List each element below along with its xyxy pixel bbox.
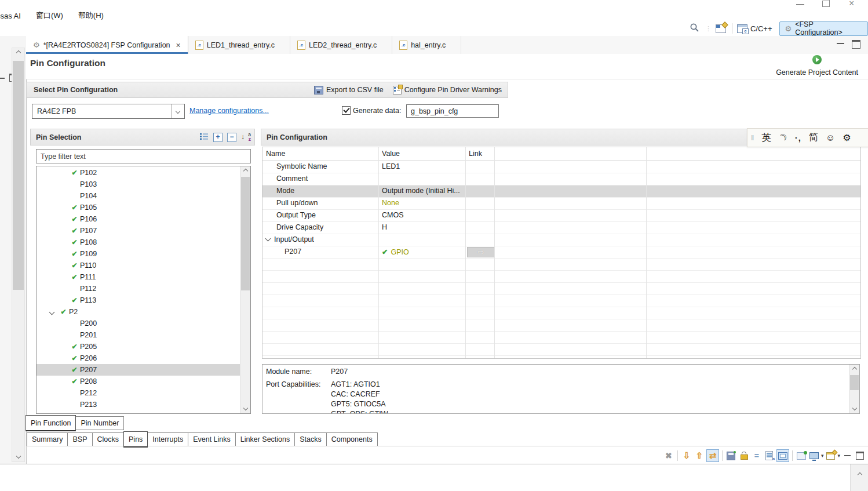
monitor-icon[interactable] — [808, 450, 820, 461]
monitor-dropdown-icon[interactable]: ▾ — [821, 453, 824, 459]
property-row[interactable]: Drive CapacityH — [262, 222, 860, 234]
delete-icon[interactable]: ✖ — [663, 450, 674, 461]
pin-tree-item[interactable]: P103 — [37, 179, 240, 190]
pin-filter-input[interactable]: Type filter text — [36, 149, 251, 163]
window-close-icon[interactable]: × — [849, 0, 854, 8]
export-csv-button[interactable]: Export to CSV file — [314, 86, 384, 94]
save-settings-icon[interactable] — [725, 450, 737, 461]
close-tab-icon[interactable]: × — [176, 41, 181, 50]
column-link[interactable]: Link — [469, 150, 482, 158]
tree-scroll-up-icon[interactable] — [240, 166, 250, 176]
pin-tree-item[interactable]: ✔P110 — [37, 260, 240, 271]
generate-data-checkbox[interactable] — [342, 106, 351, 115]
property-row[interactable]: P207✔GPIO⇨ — [262, 246, 860, 259]
config-tab-linker-sections[interactable]: Linker Sections — [235, 432, 295, 446]
manage-configurations-link[interactable]: Manage configurations... — [189, 107, 269, 115]
bottom-right-scrollbar[interactable] — [850, 464, 868, 491]
empty-row[interactable] — [262, 271, 860, 283]
show-list-icon[interactable] — [200, 132, 209, 143]
combobox-dropdown-icon[interactable] — [171, 104, 184, 118]
pin-tree-item[interactable]: ✔P106 — [37, 213, 240, 225]
view-minimize-icon[interactable] — [841, 450, 853, 461]
property-row[interactable]: Pull up/downNone — [262, 198, 860, 210]
cpp-perspective-button[interactable]: c C/C++ — [737, 24, 772, 33]
pin-tree-item[interactable]: ✔P105 — [37, 202, 240, 213]
pin-tree-item[interactable]: P112 — [37, 283, 240, 294]
ime-moon-icon[interactable]: ☽ — [776, 131, 790, 145]
ime-emoji-icon[interactable]: ☺ — [826, 133, 835, 143]
scroll-down-icon[interactable] — [12, 452, 24, 461]
property-row[interactable]: Comment — [262, 173, 860, 186]
show-tooltip-icon[interactable] — [776, 449, 789, 462]
pin-tree-item[interactable]: P200 — [37, 318, 240, 329]
tree-scrollbar-thumb[interactable] — [241, 177, 250, 290]
pin-tree-item[interactable]: ✔P208 — [37, 376, 240, 387]
move-up-icon[interactable]: ⇧ — [694, 450, 705, 461]
empty-row[interactable] — [262, 295, 860, 307]
pin-view-tab-pin-function[interactable]: Pin Function — [25, 415, 76, 431]
property-row[interactable]: ModeOutput mode (Initial Hi... — [262, 186, 860, 198]
empty-row[interactable] — [262, 319, 860, 332]
window-minimize-icon[interactable] — [796, 4, 804, 5]
editor-maximize-icon[interactable] — [852, 40, 860, 49]
config-tab-stacks[interactable]: Stacks — [294, 432, 327, 446]
pin-view-icon[interactable] — [796, 450, 807, 461]
property-row[interactable]: Output TypeCMOS — [262, 210, 860, 222]
empty-row[interactable] — [262, 259, 860, 271]
open-perspective-icon[interactable] — [716, 24, 726, 33]
module-scroll-down-icon[interactable] — [849, 404, 859, 413]
expand-all-icon[interactable]: + — [213, 133, 223, 142]
row-expander-icon[interactable] — [266, 235, 274, 243]
configuration-combobox[interactable]: RA4E2 FPB — [32, 104, 185, 119]
move-down-icon[interactable]: ⇩ — [681, 450, 692, 461]
generate-data-input[interactable]: g_bsp_pin_cfg — [406, 104, 499, 118]
ime-settings-icon[interactable]: ⚙ — [843, 132, 851, 143]
pin-tree-item[interactable]: P212 — [37, 387, 240, 399]
pin-tree-item[interactable]: ✔P113 — [37, 294, 240, 306]
search-icon[interactable] — [690, 23, 699, 35]
pin-view-tab-pin-number[interactable]: Pin Number — [75, 416, 124, 430]
config-tab-pins[interactable]: Pins — [123, 431, 148, 448]
panel-minimize-icon[interactable] — [0, 78, 5, 79]
align-icon[interactable]: = — [751, 450, 763, 461]
pin-tree-item[interactable]: P104 — [37, 190, 240, 202]
editor-minimize-icon[interactable] — [837, 43, 844, 44]
pin-tree-item[interactable]: P201 — [37, 329, 240, 341]
module-scroll-up-icon[interactable] — [849, 365, 859, 374]
config-tab-interrupts[interactable]: Interrupts — [147, 432, 188, 446]
ime-language-icon[interactable]: 英 — [761, 131, 771, 144]
pin-tree-item[interactable]: ✔P108 — [37, 237, 240, 248]
editor-tab[interactable]: .cLED1_thread_entry.c — [188, 36, 290, 54]
sort-az-icon[interactable]: ↓ a z — [241, 133, 251, 141]
menu-item[interactable]: nesas AI — [0, 12, 21, 20]
property-row[interactable]: Symbolic NameLED1 — [262, 161, 860, 173]
lock-icon[interactable] — [738, 450, 750, 461]
link-arrow-button[interactable]: ⇨ — [467, 247, 495, 257]
config-tab-event-links[interactable]: Event Links — [188, 432, 236, 446]
scroll-up-icon[interactable] — [12, 48, 24, 57]
editor-tab[interactable]: ⚙*[RA4E2RTOS0824] FSP Configuration× — [26, 36, 188, 54]
empty-row[interactable] — [262, 307, 860, 319]
pin-tree-item[interactable]: ✔P206 — [37, 352, 240, 364]
ime-simplified-icon[interactable]: 简 — [809, 132, 818, 144]
module-scrollbar-thumb[interactable] — [850, 375, 859, 390]
pin-tree-item[interactable]: ✔P207 — [37, 364, 240, 376]
pin-tree-item[interactable]: ✔P205 — [37, 341, 240, 352]
window-restore-icon[interactable] — [822, 1, 830, 7]
ime-punctuation-icon[interactable]: ·, — [795, 133, 801, 143]
generate-project-content-button[interactable]: Generate Project Content — [771, 55, 863, 77]
config-tab-bsp[interactable]: BSP — [67, 432, 92, 446]
pin-tree-item[interactable]: ✔P109 — [37, 248, 240, 260]
editor-tab[interactable]: .chal_entry.c — [392, 36, 461, 54]
empty-row[interactable] — [262, 356, 860, 359]
pin-tree-item[interactable]: P213 — [37, 399, 240, 410]
fsp-perspective-button[interactable]: ⚙ <FSP Configuration> — [779, 21, 868, 36]
view-maximize-icon[interactable] — [854, 450, 866, 461]
config-tab-clocks[interactable]: Clocks — [92, 432, 125, 446]
collapse-all-icon[interactable]: − — [227, 133, 236, 142]
pin-tree-item[interactable]: ✔P102 — [37, 167, 240, 179]
document-filter-icon[interactable]: × — [764, 450, 775, 461]
column-value[interactable]: Value — [382, 150, 400, 158]
tree-scrollbar[interactable] — [240, 166, 250, 413]
menu-item[interactable]: 窗口(W) — [36, 10, 63, 21]
